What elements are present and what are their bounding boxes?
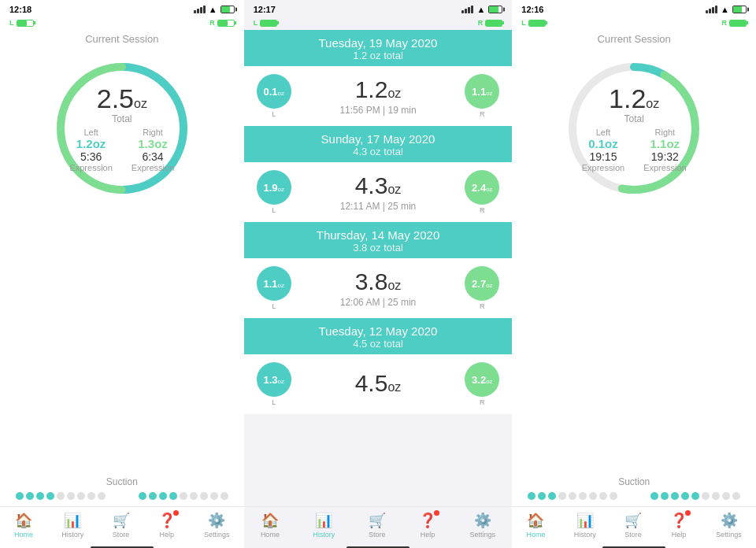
suction-dots-right-2 xyxy=(650,492,740,500)
history-icon-middle: 📊 xyxy=(315,512,332,529)
wifi-left: ▲ xyxy=(209,5,217,14)
suction-dots-right-1 xyxy=(528,492,617,500)
history-icon-right: 📊 xyxy=(576,512,594,529)
bottom-nav-left: 🏠 Home 📊 History 🛒 Store ❓ Help ⚙️ Setti… xyxy=(0,506,244,545)
nav-home-left[interactable]: 🏠 Home xyxy=(14,512,33,539)
nav-store-left[interactable]: 🛒 Store xyxy=(113,512,130,539)
gauge-lr-right-item: Right 1.3oz 6:34 Expression xyxy=(132,128,174,172)
signal-middle xyxy=(461,6,473,13)
wifi-right: ▲ xyxy=(721,5,729,14)
home-indicator-middle xyxy=(244,545,513,548)
right-phone-content: Current Session 1.2oz Total xyxy=(512,30,756,506)
nav-settings-right[interactable]: ⚙️ Settings xyxy=(716,512,742,539)
gauge-total-label-right: Total xyxy=(582,113,687,124)
gauge-wrapper-right: 1.2oz Total Left 0.1oz 19:15 Expression … xyxy=(563,57,705,199)
suction-dots-left-1 xyxy=(16,492,106,500)
right-phone: 12:16 ▲ L R Current Session xyxy=(512,0,756,548)
history-date-header-1: Sunday, 17 May 2020 4.3 oz total xyxy=(244,126,513,162)
settings-icon-right: ⚙️ xyxy=(721,512,738,529)
history-center-0-0: 1.2oz 11:56 PM | 19 min xyxy=(291,76,465,116)
status-bar-left: 12:18 ▲ xyxy=(0,0,244,17)
history-session-1-0: 1.9oz L 4.3oz 12:11 AM | 25 min 2.4oz R xyxy=(244,162,513,222)
gauge-left: 2.5oz Total Left 1.2oz 5:36 Expression R… xyxy=(0,51,244,206)
history-bubble-left-2-0: 1.1oz xyxy=(257,266,291,301)
gauge-center-right: 1.2oz Total Left 0.1oz 19:15 Expression … xyxy=(582,85,687,172)
bottom-nav-middle: 🏠 Home 📊 History 🛒 Store ❓ Help ⚙️ Setti… xyxy=(244,506,513,545)
home-icon-left: 🏠 xyxy=(15,512,32,529)
nav-help-right[interactable]: ❓ Help xyxy=(670,512,687,539)
suction-section-right: Suction xyxy=(512,470,756,506)
settings-icon-middle: ⚙️ xyxy=(474,512,491,529)
nav-home-middle[interactable]: 🏠 Home xyxy=(261,512,280,539)
gauge-lr-left-item: Left 1.2oz 5:36 Expression xyxy=(69,128,112,172)
nav-help-left[interactable]: ❓ Help xyxy=(158,512,176,539)
lr-battery-right: L R xyxy=(512,17,756,30)
settings-icon-left: ⚙️ xyxy=(208,512,225,529)
time-middle: 12:17 xyxy=(254,5,276,14)
battery-middle xyxy=(488,6,502,13)
nav-home-right[interactable]: 🏠 Home xyxy=(526,512,545,539)
store-icon-right: 🛒 xyxy=(624,512,642,529)
left-phone-content: Current Session 2.5oz Total xyxy=(0,30,244,506)
history-bubble-right-1-0: 2.4oz xyxy=(465,170,499,205)
nav-history-middle[interactable]: 📊 History xyxy=(313,512,335,539)
gauge-total-value-left: 2.5oz xyxy=(69,85,174,112)
suction-title-right: Suction xyxy=(521,476,747,487)
help-badge-left xyxy=(173,510,179,516)
nav-history-right[interactable]: 📊 History xyxy=(574,512,596,539)
time-right: 12:16 xyxy=(521,5,543,14)
history-icon-left: 📊 xyxy=(64,512,81,529)
history-center-1-0: 4.3oz 12:11 AM | 25 min xyxy=(291,172,465,212)
history-bubble-right-2-0: 2.7oz xyxy=(465,266,499,301)
lr-battery-middle: L R xyxy=(244,17,513,30)
home-indicator-right xyxy=(512,545,756,548)
wifi-middle: ▲ xyxy=(476,5,485,14)
history-session-0-0: 0.1oz L 1.2oz 11:56 PM | 19 min 1.1oz R xyxy=(244,66,513,126)
suction-dots-left-2 xyxy=(139,492,228,500)
history-date-header-2: Thursday, 14 May 2020 3.8 oz total xyxy=(244,222,513,258)
history-date-title-2: Thursday, 14 May 2020 xyxy=(257,228,500,242)
session-title-right: Current Session xyxy=(512,30,756,51)
middle-phone: 12:17 ▲ L R Tuesday, 19 xyxy=(244,0,513,548)
battery-right xyxy=(732,6,747,13)
gauge-center-left: 2.5oz Total Left 1.2oz 5:36 Expression R… xyxy=(69,85,174,172)
nav-settings-left[interactable]: ⚙️ Settings xyxy=(204,512,230,539)
history-bubble-right-3-0: 3.2oz xyxy=(465,362,499,397)
gauge-lr-right: Left 0.1oz 19:15 Expression Right 1.1oz … xyxy=(582,128,687,172)
nav-store-right[interactable]: 🛒 Store xyxy=(624,512,642,539)
signal-right xyxy=(706,6,717,13)
nav-store-middle[interactable]: 🛒 Store xyxy=(369,512,386,539)
signal-left xyxy=(194,6,206,13)
home-indicator-left xyxy=(0,545,244,548)
status-bar-middle: 12:17 ▲ xyxy=(244,0,513,17)
history-date-header-0: Tuesday, 19 May 2020 1.2 oz total xyxy=(244,30,513,66)
left-phone: 12:18 ▲ L R Current Session xyxy=(0,0,244,548)
gauge-lr-left: Left 1.2oz 5:36 Expression Right 1.3oz 6… xyxy=(69,128,174,172)
history-date-total-2: 3.8 oz total xyxy=(257,242,500,254)
bottom-nav-right: 🏠 Home 📊 History 🛒 Store ❓ Help ⚙️ Setti… xyxy=(512,506,756,545)
nav-history-left[interactable]: 📊 History xyxy=(61,512,83,539)
lr-bat-r-left: R xyxy=(209,19,235,27)
history-date-title-0: Tuesday, 19 May 2020 xyxy=(257,36,500,50)
suction-title-left: Suction xyxy=(9,476,235,487)
lr-battery-left: L R xyxy=(0,17,244,30)
history-date-total-1: 4.3 oz total xyxy=(257,146,500,157)
battery-left xyxy=(220,6,235,13)
history-list[interactable]: Tuesday, 19 May 2020 1.2 oz total 0.1oz … xyxy=(244,30,513,506)
nav-help-middle[interactable]: ❓ Help xyxy=(419,512,436,539)
store-icon-middle: 🛒 xyxy=(369,512,386,529)
gauge-total-label-left: Total xyxy=(69,113,174,124)
history-bubble-left-1-0: 1.9oz xyxy=(257,170,291,205)
history-date-title-3: Tuesday, 12 May 2020 xyxy=(257,324,500,338)
history-center-2-0: 3.8oz 12:06 AM | 25 min xyxy=(291,268,465,308)
suction-section-left: Suction xyxy=(0,470,244,506)
history-date-total-3: 4.5 oz total xyxy=(257,338,500,350)
nav-settings-middle[interactable]: ⚙️ Settings xyxy=(470,512,496,539)
home-icon-middle: 🏠 xyxy=(261,512,279,529)
store-icon-left: 🛒 xyxy=(113,512,130,529)
history-date-title-1: Sunday, 17 May 2020 xyxy=(257,132,500,146)
gauge-right: 1.2oz Total Left 0.1oz 19:15 Expression … xyxy=(512,51,756,206)
lr-bat-l-left: L xyxy=(9,19,34,27)
gauge-total-value-right: 1.2oz xyxy=(582,85,687,112)
help-badge-middle xyxy=(434,510,439,516)
